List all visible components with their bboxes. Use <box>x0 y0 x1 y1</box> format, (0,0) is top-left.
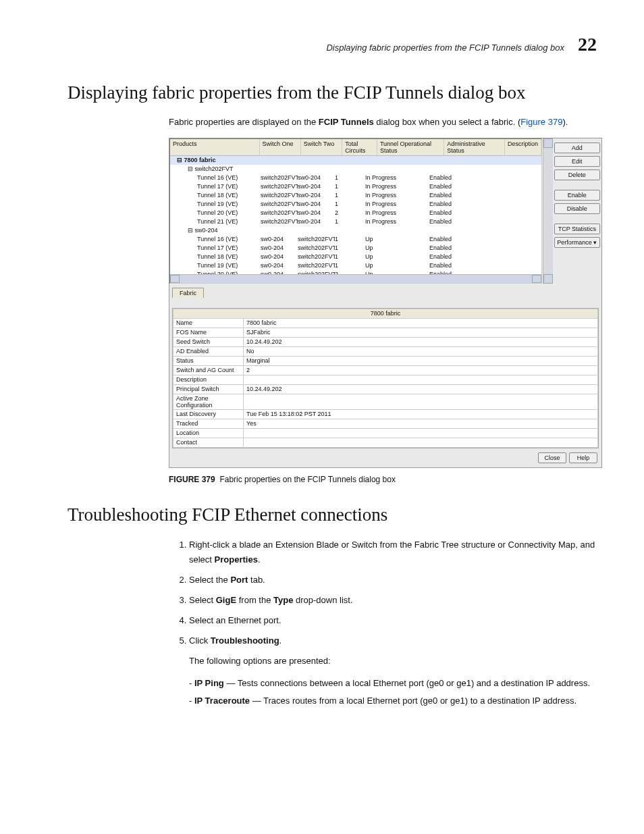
table-row[interactable]: Tunnel 21 (VE)switch202FVTsw0-2041In Pro… <box>170 217 541 226</box>
property-row: TrackedYes <box>173 419 598 428</box>
products-tree-pane: Products Switch One Switch Two Total Cir… <box>169 138 542 284</box>
table-row[interactable]: Tunnel 16 (VE)sw0-204switch202FVT1UpEnab… <box>170 235 541 244</box>
property-row: AD EnabledNo <box>173 346 598 356</box>
edit-button[interactable]: Edit <box>554 156 600 167</box>
horizontal-scrollbar[interactable] <box>170 274 541 283</box>
figure-label: FIGURE 379 <box>169 475 215 484</box>
col-products[interactable]: Products <box>170 139 260 155</box>
property-row: Last DiscoveryTue Feb 15 13:18:02 PST 20… <box>173 409 598 419</box>
table-row[interactable]: Tunnel 19 (VE)sw0-204switch202FVT1UpEnab… <box>170 261 541 270</box>
dialog-footer: Close Help <box>169 448 601 467</box>
figure-caption-text: Fabric properties on the FCIP Tunnels di… <box>219 475 396 484</box>
action-buttons-column: Add Edit Delete Enable Disable TCP Stati… <box>553 138 601 284</box>
tcp-statistics-button[interactable]: TCP Statistics <box>554 224 600 234</box>
col-admin-status[interactable]: Administrative Status <box>444 139 505 155</box>
property-row: Switch and AG Count2 <box>173 365 598 375</box>
col-switch-two[interactable]: Switch Two <box>301 139 342 155</box>
property-row: Seed Switch10.24.49.202 <box>173 337 598 346</box>
col-switch-one[interactable]: Switch One <box>260 139 301 155</box>
delete-button[interactable]: Delete <box>554 170 600 180</box>
table-row[interactable]: Tunnel 20 (VE)switch202FVTsw0-2042In Pro… <box>170 209 541 217</box>
property-row: FOS NameSJFabric <box>173 328 598 337</box>
table-row[interactable]: ⊟ 7800 fabric <box>170 156 541 165</box>
disable-button[interactable]: Disable <box>554 203 600 214</box>
section-heading-2: Troubleshooting FCIP Ethernet connection… <box>68 504 597 525</box>
table-row[interactable]: ⊟ switch202FVT <box>170 165 541 174</box>
step-3: Select GigE from the Type drop-down list… <box>189 593 597 608</box>
option-ip-ping: IP Ping — Tests connections between a lo… <box>189 677 597 689</box>
intro-paragraph: Fabric properties are displayed on the F… <box>169 115 597 129</box>
figure-link[interactable]: Figure 379 <box>520 117 562 127</box>
enable-button[interactable]: Enable <box>554 190 600 201</box>
step-2: Select the Port tab. <box>189 573 597 588</box>
intro-text-2: dialog box when you select a fabric. ( <box>374 117 521 127</box>
scroll-track[interactable] <box>180 275 532 283</box>
col-description[interactable]: Description <box>505 139 541 155</box>
table-row[interactable]: Tunnel 18 (VE)switch202FVTsw0-2041In Pro… <box>170 191 541 200</box>
step-1: Right-click a blade an Extension Blade o… <box>189 538 597 567</box>
table-row[interactable]: ⊟ sw0-204 <box>170 226 541 235</box>
performance-button[interactable]: Performance ▾ <box>554 237 600 248</box>
table-row[interactable]: Tunnel 16 (VE)switch202FVTsw0-2041In Pro… <box>170 174 541 182</box>
property-row: Active Zone Configuration <box>173 394 598 409</box>
col-total-circuits[interactable]: Total Circuits <box>342 139 377 155</box>
step-4: Select an Ethernet port. <box>189 613 597 628</box>
vertical-scrollbar[interactable] <box>543 138 553 284</box>
intro-text-3: ). <box>562 117 568 127</box>
step-5: Click Troubleshooting. The following opt… <box>189 633 597 708</box>
page-header: Displaying fabric properties from the FC… <box>68 34 597 55</box>
option-ip-traceroute: IP Traceroute — Traces routes from a loc… <box>189 695 597 707</box>
help-button[interactable]: Help <box>569 452 597 463</box>
intro-bold: FCIP Tunnels <box>319 117 374 127</box>
step-5-followup: The following options are presented: <box>189 654 597 669</box>
section-heading-1: Displaying fabric properties from the FC… <box>68 82 597 103</box>
fabric-tab[interactable]: Fabric <box>172 288 204 298</box>
troubleshooting-options: IP Ping — Tests connections between a lo… <box>189 677 597 707</box>
tree-body[interactable]: ⊟ 7800 fabric⊟ switch202FVTTunnel 16 (VE… <box>170 156 541 274</box>
property-row: StatusMarginal <box>173 356 598 365</box>
property-row: Principal Switch10.24.49.202 <box>173 384 598 394</box>
table-row[interactable]: Tunnel 17 (VE)sw0-204switch202FVT1UpEnab… <box>170 244 541 253</box>
scroll-up-icon[interactable] <box>543 138 553 148</box>
scroll-right-icon[interactable] <box>532 275 541 283</box>
table-row[interactable]: Tunnel 19 (VE)switch202FVTsw0-2041In Pro… <box>170 200 541 209</box>
intro-text: Fabric properties are displayed on the <box>169 117 319 127</box>
scroll-down-icon[interactable] <box>543 274 553 284</box>
chapter-number: 22 <box>578 34 597 55</box>
property-row: Name7800 fabric <box>173 318 598 328</box>
fabric-properties-pane: 7800 fabricName7800 fabricFOS NameSJFabr… <box>172 308 599 448</box>
table-row[interactable]: Tunnel 17 (VE)switch202FVTsw0-2041In Pro… <box>170 182 541 191</box>
table-row[interactable]: Tunnel 18 (VE)sw0-204switch202FVT1UpEnab… <box>170 253 541 261</box>
close-button[interactable]: Close <box>538 452 566 463</box>
property-row: Description <box>173 375 598 384</box>
table-row[interactable]: Tunnel 20 (VE)sw0-204switch202FVT2UpEnab… <box>170 270 541 274</box>
property-row: Location <box>173 428 598 438</box>
property-row: Contact <box>173 438 598 447</box>
figure-caption: FIGURE 379 Fabric properties on the FCIP… <box>169 475 597 484</box>
tree-header-row: Products Switch One Switch Two Total Cir… <box>170 139 541 156</box>
fabric-properties-table: 7800 fabricName7800 fabricFOS NameSJFabr… <box>173 309 598 448</box>
scroll-left-icon[interactable] <box>170 275 180 283</box>
add-button[interactable]: Add <box>554 142 600 153</box>
col-tunnel-status[interactable]: Tunnel Operational Status <box>377 139 444 155</box>
fcip-tunnels-dialog: Products Switch One Switch Two Total Cir… <box>169 138 602 468</box>
troubleshooting-steps: Right-click a blade an Extension Blade o… <box>176 538 597 708</box>
running-title: Displaying fabric properties from the FC… <box>326 43 564 53</box>
